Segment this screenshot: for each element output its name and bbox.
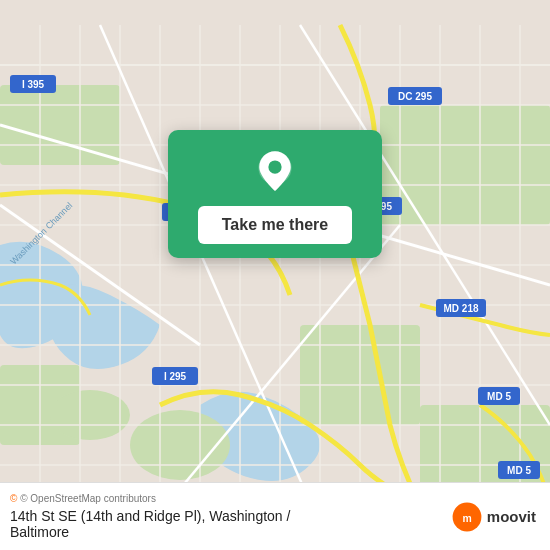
location-line2: Baltimore <box>10 524 69 540</box>
svg-rect-2 <box>380 105 550 225</box>
attribution: © © OpenStreetMap contributors <box>10 493 290 504</box>
moovit-icon: m <box>451 501 483 533</box>
svg-text:MD 218: MD 218 <box>443 303 478 314</box>
bottom-bar: © © OpenStreetMap contributors 14th St S… <box>0 482 550 550</box>
svg-text:I 395: I 395 <box>22 79 45 90</box>
moovit-label: moovit <box>487 508 536 525</box>
svg-text:DC 295: DC 295 <box>398 91 432 102</box>
svg-point-7 <box>50 390 130 440</box>
svg-text:m: m <box>462 512 471 523</box>
copyright-symbol: © <box>10 493 17 504</box>
location-line1: 14th St SE (14th and Ridge Pl), Washingt… <box>10 508 290 524</box>
svg-text:MD 5: MD 5 <box>487 391 511 402</box>
location-text: 14th St SE (14th and Ridge Pl), Washingt… <box>10 508 290 540</box>
moovit-logo: m moovit <box>451 501 536 533</box>
svg-point-56 <box>268 160 281 173</box>
take-me-there-card: Take me there <box>168 130 382 258</box>
location-pin-icon <box>251 148 299 196</box>
svg-text:I 295: I 295 <box>164 371 187 382</box>
svg-rect-1 <box>0 85 120 165</box>
svg-text:MD 5: MD 5 <box>507 465 531 476</box>
attribution-text: © OpenStreetMap contributors <box>20 493 156 504</box>
bottom-left: © © OpenStreetMap contributors 14th St S… <box>10 493 290 540</box>
svg-point-6 <box>130 410 230 480</box>
map-container: I 395 I 695 DC 295 DC 295 I 295 MD 218 M… <box>0 0 550 550</box>
map-background: I 395 I 695 DC 295 DC 295 I 295 MD 218 M… <box>0 0 550 550</box>
take-me-there-button[interactable]: Take me there <box>198 206 352 244</box>
